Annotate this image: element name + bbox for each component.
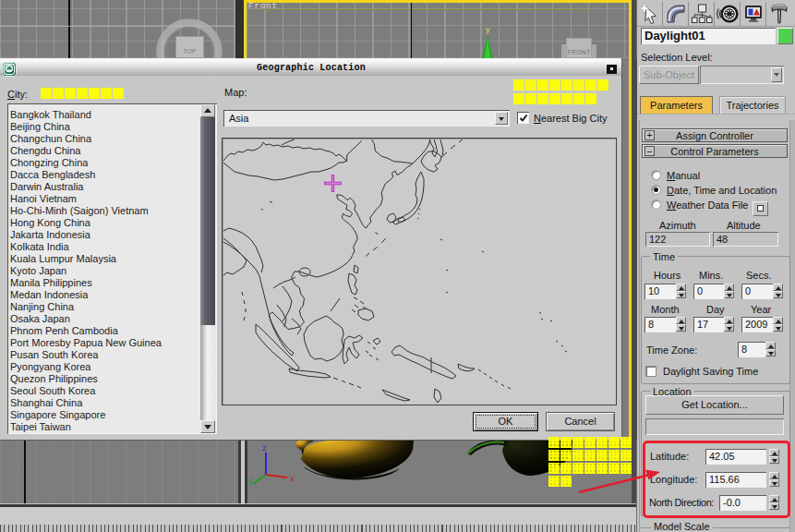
svg-text:z: z [262, 443, 267, 453]
svg-text:y: y [486, 24, 490, 34]
svg-text:x: x [290, 474, 295, 483]
svg-text:y: y [248, 476, 253, 485]
